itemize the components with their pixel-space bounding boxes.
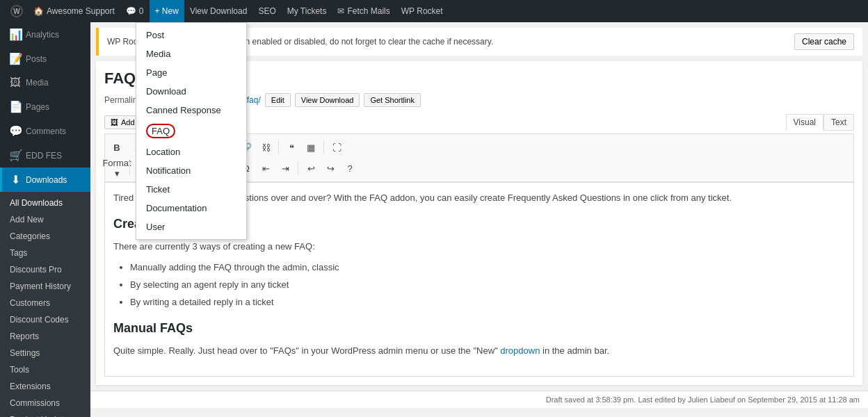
sidebar-item-downloads[interactable]: ⬇ Downloads bbox=[0, 167, 90, 192]
wp-rocket-link[interactable]: WP Rocket bbox=[396, 0, 449, 22]
posts-icon: 📝 bbox=[9, 52, 22, 65]
dropdown-location[interactable]: Location bbox=[136, 142, 246, 161]
comments-icon: 💬 bbox=[9, 124, 22, 138]
clear-cache-button[interactable]: Clear cache bbox=[794, 33, 854, 50]
dropdown-ticket[interactable]: Ticket bbox=[136, 180, 246, 199]
bold-button[interactable]: B bbox=[108, 138, 126, 156]
my-tickets-link[interactable]: My Tickets bbox=[282, 0, 332, 22]
faq-highlight-oval: FAQ bbox=[146, 124, 175, 138]
sidebar-item-analytics[interactable]: 📊 Analytics bbox=[0, 22, 90, 47]
submenu-payment-history[interactable]: Payment History bbox=[0, 278, 90, 295]
new-dropdown-menu: Post Media Page Download Canned Response… bbox=[136, 22, 247, 240]
fetch-mails-link[interactable]: ✉ Fetch Mails bbox=[332, 0, 395, 22]
seo-label: SEO bbox=[258, 6, 275, 16]
fullscreen-button[interactable]: ⛶ bbox=[328, 138, 346, 156]
format-select[interactable]: Format ▾ bbox=[108, 159, 126, 177]
text-tab[interactable]: Text bbox=[823, 114, 854, 131]
section2-title: Manual FAQs bbox=[113, 318, 845, 338]
submenu-reports[interactable]: Reports bbox=[0, 328, 90, 345]
view-download-link[interactable]: View Download bbox=[184, 0, 253, 22]
submenu-settings[interactable]: Settings bbox=[0, 345, 90, 361]
sidebar-item-edd-fes[interactable]: 🛒 EDD FES bbox=[0, 143, 90, 167]
posts-label: Posts bbox=[26, 54, 47, 64]
sidebar-item-media[interactable]: 🖼 Media bbox=[0, 71, 90, 95]
table-button[interactable]: ▦ bbox=[302, 138, 320, 156]
submenu-commissions[interactable]: Commissions bbox=[0, 395, 90, 411]
dropdown-post[interactable]: Post bbox=[136, 26, 246, 44]
submenu-discount-codes[interactable]: Discount Codes bbox=[0, 311, 90, 328]
sidebar-item-comments[interactable]: 💬 Comments bbox=[0, 119, 90, 143]
analytics-label: Analytics bbox=[26, 30, 59, 40]
help-button[interactable]: ? bbox=[341, 159, 359, 177]
new-dropdown[interactable]: + New bbox=[150, 0, 184, 22]
edd-fes-icon: 🛒 bbox=[9, 149, 22, 162]
submenu-tools[interactable]: Tools bbox=[0, 361, 90, 378]
new-label: + New bbox=[155, 6, 179, 16]
add-media-icon: 🖼 bbox=[111, 118, 118, 126]
submenu-customers[interactable]: Customers bbox=[0, 295, 90, 311]
dropdown-notification[interactable]: Notification bbox=[136, 161, 246, 180]
media-label: Media bbox=[26, 78, 49, 88]
fetch-mails-label: Fetch Mails bbox=[347, 6, 389, 16]
dropdown-documentation[interactable]: Documentation bbox=[136, 199, 246, 218]
section1-list: Manually adding the FAQ through the admi… bbox=[130, 261, 845, 309]
toolbar-sep-4 bbox=[323, 140, 324, 154]
toolbar-sep-7 bbox=[298, 161, 298, 175]
get-shortlink-button[interactable]: Get Shortlink bbox=[364, 93, 421, 107]
wp-logo[interactable]: W bbox=[6, 0, 28, 22]
indent-button[interactable]: ⇥ bbox=[276, 159, 294, 177]
dropdown-faq[interactable]: FAQ bbox=[136, 120, 246, 142]
submenu-categories[interactable]: Categories bbox=[0, 228, 90, 245]
section2-body: Quite simple. Really. Just head over to … bbox=[113, 344, 845, 359]
comment-number: 0 bbox=[139, 6, 144, 16]
wp-logo-icon: W bbox=[10, 5, 23, 17]
submenu-discounts-pro[interactable]: Discounts Pro bbox=[0, 261, 90, 278]
outdent-button[interactable]: ⇤ bbox=[257, 159, 275, 177]
site-icon: 🏠 bbox=[33, 6, 44, 16]
edd-fes-label: EDD FES bbox=[26, 151, 62, 161]
toolbar-sep-3 bbox=[278, 140, 279, 154]
dropdown-page[interactable]: Page bbox=[136, 63, 246, 82]
blockquote-button[interactable]: ❝ bbox=[282, 138, 300, 156]
view-download-label: View Download bbox=[190, 6, 248, 16]
pages-label: Pages bbox=[26, 102, 49, 112]
visual-tab[interactable]: Visual bbox=[786, 114, 823, 131]
downloads-label: Downloads bbox=[26, 175, 67, 185]
site-name-label: Awesome Support bbox=[47, 6, 115, 16]
fetch-mails-icon: ✉ bbox=[337, 6, 344, 16]
section1-body: There are currently 3 ways of creating a… bbox=[113, 240, 845, 254]
editor-tabs: Visual Text bbox=[786, 114, 854, 131]
submenu-tags[interactable]: Tags bbox=[0, 245, 90, 261]
site-name[interactable]: 🏠 Awesome Support bbox=[28, 0, 120, 22]
seo-link[interactable]: SEO bbox=[252, 0, 281, 22]
sidebar-item-pages[interactable]: 📄 Pages bbox=[0, 95, 90, 119]
wp-rocket-label: WP Rocket bbox=[401, 6, 443, 16]
dropdown-user[interactable]: User bbox=[136, 218, 246, 236]
submenu-add-new[interactable]: Add New bbox=[0, 211, 90, 228]
unlink-button[interactable]: ⛓ bbox=[257, 138, 275, 156]
sidebar-item-posts[interactable]: 📝 Posts bbox=[0, 47, 90, 71]
wp-admin-layout: 📊 Analytics 📝 Posts 🖼 Media 📄 Pages 💬 Co… bbox=[0, 22, 868, 417]
undo-button[interactable]: ↩ bbox=[302, 159, 320, 177]
view-download-button[interactable]: View Download bbox=[295, 93, 360, 107]
downloads-submenu: All Downloads Add New Categories Tags Di… bbox=[0, 192, 90, 417]
comments-label: Comments bbox=[26, 126, 66, 136]
pages-icon: 📄 bbox=[9, 100, 22, 113]
submenu-product-updates[interactable]: Product Updates bbox=[0, 411, 90, 417]
edit-permalink-button[interactable]: Edit bbox=[265, 93, 291, 107]
bottom-status-bar: Draft saved at 3:58:39 pm. Last edited b… bbox=[90, 391, 868, 408]
redo-button[interactable]: ↪ bbox=[321, 159, 339, 177]
media-icon: 🖼 bbox=[9, 76, 22, 89]
status-text: Draft saved at 3:58:39 pm. Last edited b… bbox=[546, 395, 860, 404]
dropdown-download[interactable]: Download bbox=[136, 82, 246, 101]
dropdown-link[interactable]: dropdown bbox=[500, 345, 540, 356]
comment-count[interactable]: 💬 0 bbox=[120, 0, 150, 22]
my-tickets-label: My Tickets bbox=[287, 6, 327, 16]
dropdown-canned[interactable]: Canned Response bbox=[136, 101, 246, 120]
submenu-all-downloads[interactable]: All Downloads bbox=[0, 195, 90, 211]
list-item-3: By writing a detailed reply in a ticket bbox=[130, 295, 845, 310]
dropdown-media[interactable]: Media bbox=[136, 44, 246, 63]
submenu-extensions[interactable]: Extensions bbox=[0, 378, 90, 395]
list-item-1: Manually adding the FAQ through the admi… bbox=[130, 261, 845, 275]
downloads-icon: ⬇ bbox=[9, 173, 22, 186]
